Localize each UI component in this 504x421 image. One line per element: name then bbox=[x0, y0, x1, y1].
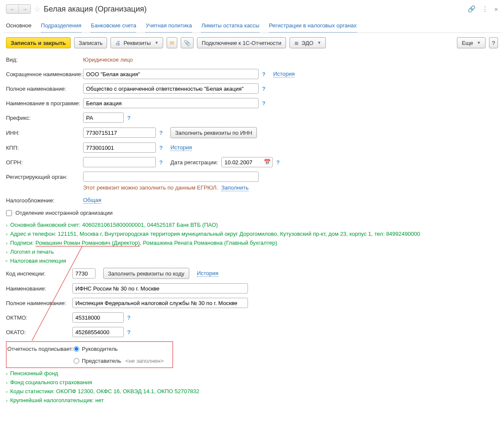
requisites-label: Реквизиты bbox=[123, 40, 151, 46]
help-hint[interactable]: ? bbox=[159, 130, 163, 136]
chevron-down-icon: ▼ bbox=[317, 41, 321, 45]
history-link[interactable]: История bbox=[197, 270, 218, 277]
expander-bank-text: Основной банковский счет: 40602810615800… bbox=[10, 222, 218, 228]
inn-input[interactable] bbox=[83, 127, 156, 138]
printer-icon: 🖨 bbox=[115, 40, 121, 46]
requisites-button[interactable]: 🖨 Реквизиты ▼ bbox=[110, 37, 163, 48]
expander-address[interactable]: ›Адрес и телефон: 121151, Москва г, Внут… bbox=[6, 229, 498, 238]
fill-inn-button[interactable]: Заполнить реквизиты по ИНН bbox=[170, 127, 257, 138]
okato-input[interactable] bbox=[72, 327, 124, 337]
connect-label: Подключение к 1С-Отчетности bbox=[202, 40, 281, 46]
expander-bank[interactable]: ›Основной банковский счет: 4060281061580… bbox=[6, 220, 498, 229]
expander-pension-text: Пенсионный фонд bbox=[10, 370, 58, 377]
chevron-right-icon: › bbox=[6, 231, 8, 237]
history-link[interactable]: История bbox=[170, 144, 192, 151]
close-icon[interactable]: × bbox=[494, 6, 498, 13]
tab-bank[interactable]: Банковские счета bbox=[91, 20, 136, 33]
signer-group: Отчетность подписывает: Руководитель Пре… bbox=[6, 341, 173, 368]
star-icon[interactable]: ☆ bbox=[34, 5, 40, 13]
kpp-input[interactable] bbox=[83, 142, 156, 153]
mail-button[interactable]: ✉ bbox=[167, 37, 177, 48]
expander-tax-insp[interactable]: ›Налоговая инспекция bbox=[6, 256, 498, 265]
prefix-input[interactable] bbox=[83, 113, 124, 123]
nav-btns: ← → bbox=[6, 4, 31, 14]
chevron-down-icon: ▼ bbox=[155, 41, 158, 45]
insp-full-input[interactable] bbox=[72, 298, 248, 308]
help-hint[interactable]: ? bbox=[159, 145, 163, 151]
tax-link[interactable]: Общая bbox=[83, 197, 101, 204]
more-label: Еще bbox=[462, 40, 473, 46]
tab-main[interactable]: Основное bbox=[6, 20, 32, 33]
reg-date-input[interactable] bbox=[221, 157, 273, 167]
chevron-right-icon: › bbox=[6, 222, 8, 228]
signer-rep-label: Представитель bbox=[82, 358, 121, 364]
signer-head-radio[interactable] bbox=[74, 346, 79, 352]
help-hint[interactable]: ? bbox=[127, 314, 131, 321]
help-hint[interactable]: ? bbox=[127, 329, 131, 335]
kebab-icon[interactable]: ⋮ bbox=[482, 5, 488, 13]
expander-fss[interactable]: ›Фонд социального страхования bbox=[6, 378, 498, 387]
attach-button[interactable]: 📎 bbox=[181, 37, 194, 48]
full-name-label: Полное наименование: bbox=[6, 86, 83, 92]
kpp-label: КПП: bbox=[6, 145, 83, 151]
expander-codes-text: Коды статистики: ОКОПФ 12300, ОКФС 16, О… bbox=[10, 388, 200, 394]
sign-underlined: Ромашкин Роман Романович (Директор) bbox=[36, 240, 140, 246]
ogrn-input[interactable] bbox=[83, 157, 156, 167]
kind-value: Юридическое лицо bbox=[83, 56, 133, 63]
nav-forward-button[interactable]: → bbox=[18, 5, 30, 13]
tab-divisions[interactable]: Подразделения bbox=[41, 20, 82, 33]
insp-name-label: Наименование: bbox=[6, 285, 72, 292]
insp-name-input[interactable] bbox=[72, 283, 248, 294]
expander-pension[interactable]: ›Пенсионный фонд bbox=[6, 369, 498, 378]
tab-tax-reg[interactable]: Регистрации в налоговых органах bbox=[269, 20, 357, 33]
paperclip-icon: 📎 bbox=[184, 40, 191, 46]
history-link[interactable]: История bbox=[273, 71, 295, 77]
save-close-label: Записать и закрыть bbox=[11, 40, 66, 46]
prog-name-input[interactable] bbox=[83, 98, 259, 108]
fill-link[interactable]: Заполнить bbox=[221, 184, 249, 191]
help-hint[interactable]: ? bbox=[262, 100, 265, 107]
expander-codes[interactable]: ›Коды статистики: ОКОПФ 12300, ОКФС 16, … bbox=[6, 387, 498, 396]
help-button[interactable]: ? bbox=[489, 37, 498, 48]
reg-organ-input[interactable] bbox=[83, 172, 259, 182]
expander-address-text: Адрес и телефон: 121151, Москва г, Внутр… bbox=[10, 231, 420, 237]
signer-rep-radio[interactable] bbox=[74, 358, 79, 364]
reg-organ-hint: Этот реквизит можно заполнить по данным … bbox=[83, 184, 218, 191]
expander-logo-text: Логотип и печать bbox=[10, 249, 54, 255]
help-hint[interactable]: ? bbox=[262, 86, 265, 92]
fill-code-button[interactable]: Заполнить реквизиты по коду bbox=[103, 268, 189, 279]
signer-label: Отчетность подписывает: bbox=[7, 346, 74, 352]
edo-button[interactable]: ≣ ЭДО ▼ bbox=[289, 37, 326, 48]
save-button[interactable]: Записать bbox=[74, 37, 107, 48]
more-button[interactable]: Еще▼ bbox=[457, 37, 485, 48]
save-label: Записать bbox=[79, 40, 103, 46]
kind-label: Вид: bbox=[6, 56, 83, 63]
prog-name-label: Наименование в программе: bbox=[6, 100, 83, 107]
signer-rep-empty: <не заполнен> bbox=[125, 358, 164, 364]
insp-code-label: Код инспекции: bbox=[6, 270, 72, 277]
tab-policy[interactable]: Учетная политика bbox=[146, 20, 192, 33]
expander-largest[interactable]: ›Крупнейший налогоплательщик: нет bbox=[6, 396, 498, 405]
help-hint[interactable]: ? bbox=[276, 159, 280, 166]
insp-code-input[interactable] bbox=[72, 268, 95, 279]
full-name-input[interactable] bbox=[83, 83, 259, 94]
expander-tax-text: Налоговая инспекция bbox=[10, 258, 66, 264]
oktmo-input[interactable] bbox=[72, 312, 124, 323]
short-name-input[interactable] bbox=[83, 69, 259, 79]
tab-cash[interactable]: Лимиты остатка кассы bbox=[201, 20, 259, 33]
fill-inn-label: Заполнить реквизиты по ИНН bbox=[175, 130, 252, 136]
okato-label: ОКАТО: bbox=[6, 329, 72, 335]
chevron-right-icon: › bbox=[6, 371, 8, 376]
connect-button[interactable]: Подключение к 1С-Отчетности bbox=[197, 37, 286, 48]
help-hint[interactable]: ? bbox=[159, 159, 163, 166]
expander-logo[interactable]: ›Логотип и печать bbox=[6, 247, 498, 256]
help-hint[interactable]: ? bbox=[127, 115, 131, 121]
save-close-button[interactable]: Записать и закрыть bbox=[6, 37, 71, 48]
link-icon[interactable]: 🔗 bbox=[468, 5, 476, 13]
reg-date-label: Дата регистрации: bbox=[170, 159, 218, 166]
foreign-checkbox[interactable] bbox=[6, 210, 12, 216]
nav-back-button[interactable]: ← bbox=[6, 5, 18, 13]
help-hint[interactable]: ? bbox=[262, 71, 265, 77]
expander-fss-text: Фонд социального страхования bbox=[10, 379, 92, 385]
expander-signatures[interactable]: › Подписи: Ромашкин Роман Романович (Дир… bbox=[6, 238, 498, 247]
